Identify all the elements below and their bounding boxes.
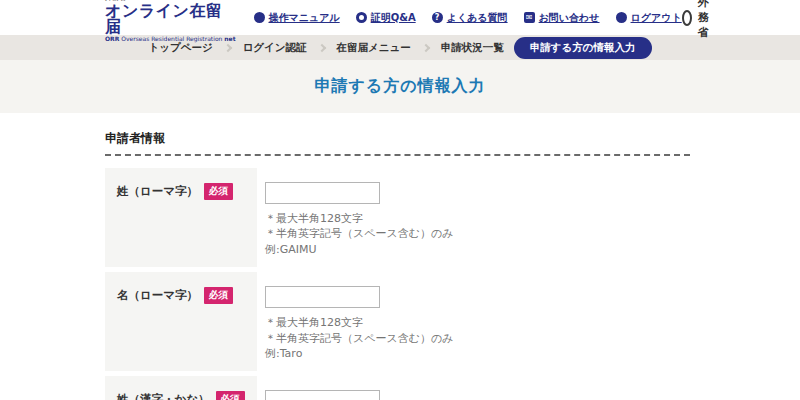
field-label-cell: 姓（ローマ字） 必須 <box>105 168 257 267</box>
nav-item-contact[interactable]: ✉ お問い合わせ <box>524 11 600 25</box>
surname-kanji-input[interactable] <box>265 390 380 400</box>
nav-label-logout: ログアウト <box>631 11 682 25</box>
note-line: ＊半角英字記号（スペース含む）のみ <box>265 331 454 346</box>
field-input-cell: ＊最大半角128文字 ＊半角英字記号（スペース含む）のみ 例:Taro <box>257 272 454 371</box>
note-example: 例:Taro <box>265 346 454 361</box>
field-label: 姓（ローマ字） <box>117 184 198 199</box>
mofa-emblem-icon <box>682 10 692 26</box>
nav-item-certificate-qa[interactable]: 証明Q&A <box>356 11 416 25</box>
field-notes: ＊最大半角128文字 ＊半角英字記号（スペース含む）のみ 例:GAIMU <box>265 211 454 257</box>
chevron-right-icon <box>422 43 430 51</box>
required-badge: 必須 <box>204 287 233 304</box>
mofa-brand: 外務省 <box>682 0 715 40</box>
certificate-qa-icon <box>356 12 367 23</box>
form-row-givenname-roman: 名（ローマ字） 必須 ＊最大半角128文字 ＊半角英字記号（スペース含む）のみ … <box>105 272 690 371</box>
note-example: 例:GAIMU <box>265 242 454 257</box>
breadcrumb-item-top[interactable]: トップページ <box>148 41 212 55</box>
chevron-right-icon <box>317 43 325 51</box>
required-badge: 必須 <box>216 391 245 400</box>
nav-item-manual[interactable]: 操作マニュアル <box>254 11 340 25</box>
nav-label-faq: よくある質問 <box>447 11 508 25</box>
main-content: 申請者情報 姓（ローマ字） 必須 ＊最大半角128文字 ＊半角英字記号（スペース… <box>0 113 800 400</box>
mail-icon: ✉ <box>524 12 535 23</box>
page-title-band: 申請する方の情報入力 <box>0 60 800 113</box>
nav-label-contact: お問い合わせ <box>539 11 600 25</box>
required-badge: 必須 <box>204 183 233 200</box>
section-title-applicant-info: 申請者情報 <box>105 130 690 156</box>
field-label-cell: 姓（漢字・かな） 必須 <box>105 376 257 400</box>
mofa-label: 外務省 <box>698 0 715 40</box>
form-row-surname-kanji: 姓（漢字・かな） 必須 ＊最大全角128文字 <box>105 376 690 400</box>
nav-item-faq[interactable]: ? よくある質問 <box>432 11 508 25</box>
note-line: ＊最大半角128文字 <box>265 211 454 226</box>
breadcrumb-item-login[interactable]: ログイン認証 <box>243 41 307 55</box>
nav-label-manual: 操作マニュアル <box>269 11 340 25</box>
applicant-form: 姓（ローマ字） 必須 ＊最大半角128文字 ＊半角英字記号（スペース含む）のみ … <box>105 168 690 400</box>
nav-item-logout[interactable]: ログアウト <box>616 11 682 25</box>
surname-roman-input[interactable] <box>265 182 380 204</box>
logout-icon <box>616 12 627 23</box>
manual-icon <box>254 12 265 23</box>
breadcrumb-item-status[interactable]: 申請状況一覧 <box>441 41 504 55</box>
field-label-cell: 名（ローマ字） 必須 <box>105 272 257 371</box>
field-label: 姓（漢字・かな） <box>117 392 210 400</box>
chevron-right-icon <box>223 43 231 51</box>
app-header: 外務省 オンライン在留届 ORR Overseas Residential Re… <box>0 0 800 35</box>
note-line: ＊最大半角128文字 <box>265 315 454 330</box>
field-input-cell: ＊最大全角128文字 <box>257 376 380 400</box>
page-title: 申請する方の情報入力 <box>314 76 485 97</box>
breadcrumb-item-menu[interactable]: 在留届メニュー <box>337 41 411 55</box>
site-logo[interactable]: 外務省 オンライン在留届 ORR Overseas Residential Re… <box>105 0 236 42</box>
field-notes: ＊最大半角128文字 ＊半角英字記号（スペース含む）のみ 例:Taro <box>265 315 454 361</box>
nav-label-certificate-qa: 証明Q&A <box>371 11 416 25</box>
logo-title-text: オンライン在留届 <box>105 3 236 35</box>
field-input-cell: ＊最大半角128文字 ＊半角英字記号（スペース含む）のみ 例:GAIMU <box>257 168 454 267</box>
givenname-roman-input[interactable] <box>265 286 380 308</box>
question-icon: ? <box>432 12 443 23</box>
header-nav: 操作マニュアル 証明Q&A ? よくある質問 ✉ お問い合わせ ログアウト <box>254 11 682 25</box>
breadcrumb-current: 申請する方の情報入力 <box>514 37 652 59</box>
form-row-surname-roman: 姓（ローマ字） 必須 ＊最大半角128文字 ＊半角英字記号（スペース含む）のみ … <box>105 168 690 267</box>
note-line: ＊半角英字記号（スペース含む）のみ <box>265 226 454 241</box>
field-label: 名（ローマ字） <box>117 288 198 303</box>
